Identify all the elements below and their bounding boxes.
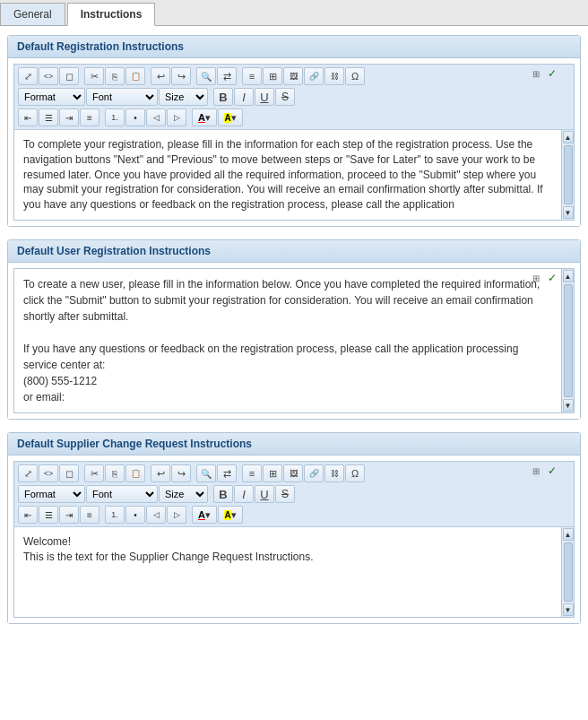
format-select-1[interactable]: Format (18, 88, 85, 106)
tab-general[interactable]: General (0, 3, 65, 25)
font-select-1[interactable]: Font (86, 88, 158, 106)
btn-align-right-3[interactable]: ⇥ (59, 506, 79, 524)
btn-special-1[interactable]: Ω (345, 67, 365, 85)
btn-fullscreen-3[interactable]: ⤢ (18, 464, 38, 482)
btn-font-color-3[interactable]: A▾ (192, 506, 217, 524)
check-icon-glyph-1 (548, 67, 557, 80)
btn-font-color-1[interactable]: A▾ (192, 108, 217, 126)
scroll-down-icon-3: ▼ (565, 606, 572, 614)
btn-cut-1[interactable]: ✂ (84, 67, 104, 85)
btn-italic-3[interactable]: I (234, 485, 254, 503)
supplier-line-1: Welcome! (23, 534, 552, 550)
scroll-down-3[interactable]: ▼ (563, 603, 574, 616)
btn-ul-1[interactable]: • (125, 108, 145, 126)
btn-bold-1[interactable]: B (213, 88, 233, 106)
btn-underline-1[interactable]: U (255, 88, 274, 106)
btn-ol-3[interactable]: 1. (105, 506, 125, 524)
btn-align-right-1[interactable]: ⇥ (59, 108, 79, 126)
scroll-down-2[interactable]: ▼ (563, 399, 574, 412)
ul-icon: • (134, 113, 137, 123)
btn-align-center-1[interactable]: ☰ (39, 108, 58, 126)
btn-align-justify-1[interactable]: ≡ (80, 108, 99, 126)
btn-copy-1[interactable]: ⎘ (105, 67, 125, 85)
btn-highlight-3[interactable]: A▾ (218, 506, 243, 524)
btn-undo-1[interactable]: ↩ (151, 67, 170, 85)
btn-replace-3[interactable]: ⇄ (217, 464, 237, 482)
btn-redo-3[interactable]: ↪ (171, 464, 191, 482)
btn-preview-3[interactable]: ◻ (59, 464, 79, 482)
scroll-up-3[interactable]: ▲ (563, 528, 574, 541)
btn-unlink-3[interactable]: ⛓ (324, 464, 344, 482)
btn-unlink-1[interactable]: ⛓ (324, 67, 344, 85)
btn-image-1[interactable]: 🖼 (283, 67, 303, 85)
scroll-thumb-2[interactable] (564, 284, 573, 397)
btn-table-1[interactable]: ⊞ (263, 67, 282, 85)
btn-search-3[interactable]: 🔍 (196, 464, 216, 482)
btn-underline-3[interactable]: U (255, 485, 274, 503)
btn-paste-1[interactable]: 📋 (125, 67, 145, 85)
section-title-supplier: Default Supplier Change Request Instruct… (8, 433, 580, 455)
btn-cut-3[interactable]: ✂ (84, 464, 104, 482)
btn-outdent-1[interactable]: ◁ (146, 108, 166, 126)
expand-icon-3[interactable]: ⊞ (529, 464, 543, 478)
editor-content-area-3: Welcome! This is the text for the Suppli… (14, 527, 574, 617)
btn-image-3[interactable]: 🖼 (283, 464, 303, 482)
btn-search-1[interactable]: 🔍 (196, 67, 216, 85)
btn-paste-3[interactable]: 📋 (125, 464, 145, 482)
toolbar-row-format-3: Format Font Size B I U S (18, 485, 570, 503)
scroll-thumb-1[interactable] (564, 145, 573, 204)
scroll-up-1[interactable]: ▲ (563, 131, 574, 143)
btn-replace-1[interactable]: ⇄ (217, 67, 237, 85)
btn-indent-3[interactable]: ▷ (167, 506, 186, 524)
undo-icon: ↩ (157, 71, 165, 82)
btn-special-3[interactable]: Ω (345, 464, 365, 482)
undo-icon-3: ↩ (157, 468, 165, 480)
btn-strike-3[interactable]: S (275, 485, 295, 503)
btn-highlight-1[interactable]: A▾ (218, 108, 243, 126)
supplier-line-2: This is the text for the Supplier Change… (23, 550, 552, 565)
editor-text-1[interactable]: To complete your registration, please fi… (14, 130, 561, 220)
btn-source-3[interactable]: <> (39, 464, 58, 482)
btn-align-left-3[interactable]: ⇤ (18, 506, 38, 524)
scroll-down-icon: ▼ (565, 209, 572, 217)
size-select-1[interactable]: Size (159, 88, 208, 106)
editor-text-3[interactable]: Welcome! This is the text for the Suppli… (14, 527, 561, 617)
scroll-up-2[interactable]: ▲ (563, 270, 574, 282)
btn-preview-1[interactable]: ◻ (59, 67, 79, 85)
btn-undo-3[interactable]: ↩ (151, 464, 170, 482)
btn-align-left-1[interactable]: ⇤ (18, 108, 38, 126)
font-select-3[interactable]: Font (86, 485, 158, 503)
btn-ol-1[interactable]: 1. (105, 108, 125, 126)
size-select-3[interactable]: Size (159, 485, 208, 503)
btn-alignrow-3[interactable]: ≡ (242, 464, 262, 482)
btn-table-3[interactable]: ⊞ (263, 464, 282, 482)
check-icon-1[interactable] (545, 66, 559, 81)
check-icon-2[interactable]: ✓ (545, 271, 559, 285)
expand-icon-2[interactable]: ⊞ (529, 271, 543, 285)
btn-copy-3[interactable]: ⎘ (105, 464, 125, 482)
btn-bold-3[interactable]: B (213, 485, 233, 503)
btn-alignrow-1[interactable]: ≡ (242, 67, 262, 85)
btn-italic-1[interactable]: I (234, 88, 254, 106)
expand-icon-1[interactable] (529, 66, 543, 81)
tab-instructions[interactable]: Instructions (67, 3, 156, 26)
btn-outdent-3[interactable]: ◁ (146, 506, 166, 524)
scroll-thumb-3[interactable] (564, 542, 573, 602)
btn-ul-3[interactable]: • (125, 506, 145, 524)
format-select-3[interactable]: Format (18, 485, 85, 503)
btn-indent-1[interactable]: ▷ (167, 108, 186, 126)
btn-link-3[interactable]: 🔗 (304, 464, 324, 482)
btn-strike-1[interactable]: S (275, 88, 295, 106)
section-default-registration: Default Registration Instructions ⤢ <> ◻… (7, 35, 581, 227)
scroll-down-1[interactable]: ▼ (563, 206, 574, 219)
btn-fullscreen-1[interactable]: ⤢ (18, 67, 38, 85)
btn-link-1[interactable]: 🔗 (304, 67, 324, 85)
btn-align-justify-3[interactable]: ≡ (80, 506, 99, 524)
page-content: Default Registration Instructions ⤢ <> ◻… (0, 26, 588, 646)
btn-redo-1[interactable]: ↪ (171, 67, 191, 85)
btn-align-center-3[interactable]: ☰ (39, 506, 58, 524)
check-icon-3[interactable]: ✓ (545, 464, 559, 478)
scroll-up-icon-2: ▲ (565, 273, 572, 281)
scrollbar-1: ▲ ▼ (561, 130, 574, 220)
btn-source-1[interactable]: <> (39, 67, 58, 85)
